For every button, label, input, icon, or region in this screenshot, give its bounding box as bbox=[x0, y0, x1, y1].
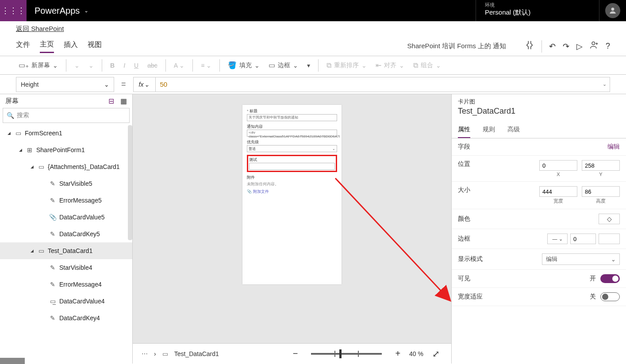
scrollbar[interactable] bbox=[128, 125, 132, 240]
field-input-test[interactable] bbox=[249, 163, 335, 170]
item-icon: ▭ bbox=[37, 247, 45, 254]
border-color-swatch[interactable] bbox=[599, 234, 620, 244]
test-datacard-highlight[interactable]: 测试 bbox=[247, 155, 337, 172]
tree-item-Test_DataCard1[interactable]: ◢▭Test_DataCard1 bbox=[0, 242, 132, 259]
waffle-icon[interactable]: ⋮⋮⋮ bbox=[0, 0, 27, 21]
item-icon: ✎ bbox=[49, 197, 57, 204]
divider bbox=[192, 59, 193, 72]
thumbnail-view-icon[interactable]: ▦ bbox=[120, 97, 127, 105]
color-swatch[interactable]: ◇ bbox=[599, 214, 620, 224]
expand-icon[interactable]: ◢ bbox=[29, 165, 35, 169]
tab-file[interactable]: 文件 bbox=[16, 40, 30, 52]
breadcrumb-name[interactable]: Test_DataCard1 bbox=[174, 350, 219, 357]
item-label: DataCardKey5 bbox=[59, 230, 100, 238]
item-label: DataCardValue5 bbox=[59, 214, 104, 221]
fill-button[interactable]: 🪣 填充 ⌄ bbox=[224, 59, 263, 71]
strike-icon: abc bbox=[144, 60, 161, 71]
font-color-icon: A ⌄ bbox=[170, 60, 188, 71]
item-icon: ▭̲ bbox=[49, 298, 57, 305]
tab-advanced[interactable]: 高级 bbox=[507, 122, 520, 138]
property-selector[interactable]: Height ⌄ bbox=[16, 77, 114, 92]
header-actions: ↶ ↷ ▷ ? bbox=[525, 40, 610, 53]
expand-icon[interactable]: ◢ bbox=[18, 148, 23, 152]
field-input-title[interactable]: 关于国庆节和中秋节放假的通知 bbox=[247, 114, 337, 121]
item-icon: ▭ bbox=[14, 130, 22, 137]
environment-label: 环境 bbox=[485, 2, 590, 8]
help-icon[interactable]: ? bbox=[606, 42, 610, 51]
tab-rules[interactable]: 规则 bbox=[483, 122, 495, 138]
border-style-select[interactable]: — ⌄ bbox=[547, 234, 568, 244]
width-input[interactable] bbox=[539, 186, 577, 197]
position-x-input[interactable] bbox=[539, 160, 577, 171]
tree-item-SharePointForm1[interactable]: ◢⊞SharePointForm1 bbox=[0, 142, 132, 158]
item-icon: ✎ bbox=[49, 264, 57, 271]
tree-item-FormScreen1[interactable]: ◢▭FormScreen1 bbox=[0, 125, 132, 142]
zoom-slider[interactable] bbox=[311, 353, 382, 355]
new-screen-button[interactable]: ▭₊ 新屏幕 ⌄ bbox=[15, 59, 61, 71]
align-label: 对齐 bbox=[384, 61, 396, 69]
environment-selector[interactable]: 环境 Personal (默认) bbox=[476, 0, 599, 21]
expand-icon[interactable]: ◢ bbox=[29, 249, 35, 253]
avatar-circle bbox=[605, 3, 620, 18]
expand-icon[interactable]: ⌄ bbox=[599, 81, 610, 87]
formula-value[interactable]: 50 bbox=[156, 80, 599, 88]
tree-item-StarVisible5[interactable]: ✎StarVisible5 bbox=[0, 175, 132, 192]
fit-icon[interactable]: ⤢ bbox=[430, 349, 442, 359]
tree-title: 屏幕 bbox=[5, 97, 19, 105]
position-y-input[interactable] bbox=[582, 160, 620, 171]
attachment-add[interactable]: 📎 附加文件 bbox=[247, 189, 337, 195]
app-title[interactable]: PowerApps ⌄ bbox=[27, 6, 96, 16]
expand-icon[interactable]: ◢ bbox=[6, 131, 12, 135]
width-fit-toggle[interactable] bbox=[600, 292, 620, 301]
play-icon[interactable]: ▷ bbox=[576, 42, 583, 51]
tree-item-StarVisible4[interactable]: ✎StarVisible4 bbox=[0, 259, 132, 276]
prop-visible-label: 可见 bbox=[458, 275, 470, 283]
display-mode-select[interactable]: 编辑⌄ bbox=[542, 253, 620, 265]
undo-icon[interactable]: ↶ bbox=[549, 42, 556, 51]
form-preview[interactable]: 标题 关于国庆节和中秋节放假的通知 通知内容 <div class="Exter… bbox=[242, 105, 342, 284]
tree-item-{Attachments}_DataCard1[interactable]: ◢▭{Attachments}_DataCard1 bbox=[0, 158, 132, 175]
tab-home[interactable]: 主页 bbox=[40, 40, 54, 53]
edit-field-link[interactable]: 编辑 bbox=[607, 143, 620, 151]
tab-insert[interactable]: 插入 bbox=[64, 40, 78, 52]
tree-item-DataCardKey5[interactable]: ✎DataCardKey5 bbox=[0, 226, 132, 242]
more-icon[interactable]: ⋯ bbox=[142, 350, 148, 357]
field-select-priority[interactable]: 普通⌄ bbox=[247, 145, 337, 152]
search-input[interactable]: 🔍 搜索 bbox=[3, 108, 130, 123]
prop-visible: 可见 开 bbox=[452, 270, 626, 288]
group-label: 组合 bbox=[421, 61, 433, 69]
tab-view[interactable]: 视图 bbox=[88, 40, 102, 52]
back-link[interactable]: 返回 SharePoint bbox=[16, 25, 64, 32]
height-input[interactable] bbox=[582, 186, 620, 197]
tree-item-ErrorMessage5[interactable]: ✎ErrorMessage5 bbox=[0, 192, 132, 209]
tree-view-icon[interactable]: ⊟ bbox=[108, 97, 114, 105]
zoom-out-icon[interactable]: − bbox=[290, 349, 301, 359]
zoom-in-icon[interactable]: + bbox=[392, 349, 403, 359]
border-button[interactable]: ▭ 边框 ⌄ bbox=[265, 59, 302, 71]
item-label: SharePointForm1 bbox=[36, 146, 85, 153]
tree-item-ErrorMessage4[interactable]: ✎ErrorMessage4 bbox=[0, 276, 132, 293]
prop-color-label: 颜色 bbox=[458, 215, 470, 223]
search-icon: 🔍 bbox=[7, 112, 14, 119]
tab-properties[interactable]: 属性 bbox=[458, 122, 470, 138]
visible-toggle[interactable] bbox=[600, 274, 620, 283]
user-avatar[interactable] bbox=[599, 0, 626, 21]
formula-input-box[interactable]: fx ⌄ 50 ⌄ bbox=[133, 77, 610, 92]
health-icon[interactable] bbox=[525, 40, 534, 52]
tree-item-DataCardValue5[interactable]: 📎DataCardValue5 bbox=[0, 209, 132, 226]
item-label: DataCardKey4 bbox=[59, 314, 100, 322]
item-label: {Attachments}_DataCard1 bbox=[48, 163, 120, 170]
tree-item-DataCardValue4[interactable]: ▭̲DataCardValue4 bbox=[0, 293, 132, 310]
equals-icon: = bbox=[119, 80, 129, 89]
share-icon[interactable] bbox=[590, 41, 599, 52]
item-icon: ✎ bbox=[49, 314, 57, 322]
field-input-content[interactable]: <div class="ExternalClass51AFFDA67589421… bbox=[247, 130, 337, 137]
reorder-button: ⧉ 重新排序 ⌄ bbox=[323, 60, 370, 71]
formula-bar: Height ⌄ = fx ⌄ 50 ⌄ bbox=[0, 75, 626, 94]
border-style-button[interactable]: ▾ bbox=[303, 60, 314, 71]
tree-item-DataCardKey4[interactable]: ✎DataCardKey4 bbox=[0, 310, 132, 326]
border-width-input[interactable] bbox=[570, 234, 596, 244]
redo-icon[interactable]: ↷ bbox=[563, 42, 569, 51]
field-label-content: 通知内容 bbox=[247, 124, 337, 130]
item-icon: ✎ bbox=[49, 281, 57, 288]
